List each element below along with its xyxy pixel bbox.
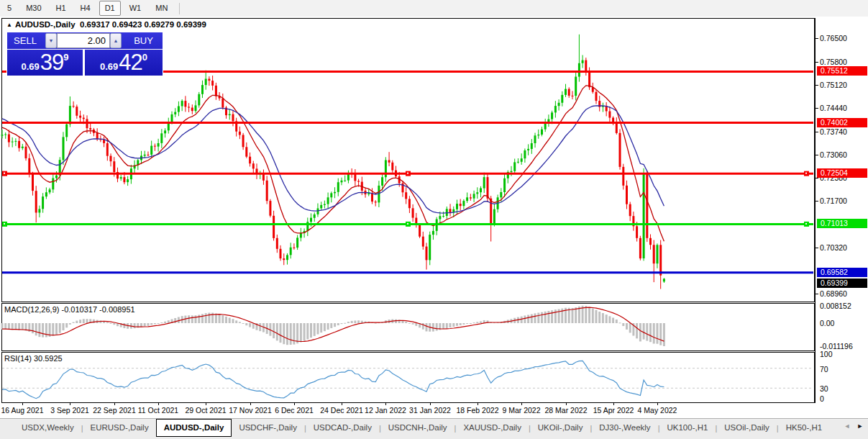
tab-usdcad-daily[interactable]: USDCAD-,Daily xyxy=(306,420,379,436)
date-tick-label: 31 Jan 2022 xyxy=(409,406,451,415)
timeframe-button-5[interactable]: 5 xyxy=(1,1,17,16)
date-tick-mark xyxy=(566,403,567,405)
rsi-panel[interactable] xyxy=(1,352,815,403)
tab-audusd-daily[interactable]: AUDUSD-,Daily xyxy=(156,419,232,437)
tab-usdcnh-daily[interactable]: USDCNH-,Daily xyxy=(381,420,454,436)
tab-dj30-weekly[interactable]: DJ30-,Weekly xyxy=(592,420,657,436)
price-tick-mark xyxy=(816,62,818,63)
tab-usdchf-daily[interactable]: USDCHF-,Daily xyxy=(232,420,304,436)
price-tick-label: 0.71700 xyxy=(820,196,847,205)
price-line-badge: 0.75512 xyxy=(817,66,867,76)
buy-price-prefix: 0.69 xyxy=(100,61,118,72)
price-tick-mark xyxy=(816,294,818,294)
current-price-badge: 0.69399 xyxy=(817,279,867,288)
price-tick-label: 0.70320 xyxy=(820,243,847,252)
rsi-axis-label: 100 xyxy=(820,350,833,358)
chart-window: ▲AUDUSD-,Daily 0.69317 0.69423 0.69279 0… xyxy=(0,17,868,418)
date-tick-mark xyxy=(250,403,251,405)
price-tick-mark xyxy=(816,85,818,86)
tab-hk50-h1[interactable]: HK50-,H1 xyxy=(779,420,830,436)
rsi-axis-label: 0 xyxy=(820,394,824,403)
tabs-scroll-right-icon[interactable]: ► xyxy=(855,422,865,430)
price-tick-label: 0.73060 xyxy=(820,150,847,159)
date-tick-mark xyxy=(478,403,478,405)
rsi-label: RSI(14) 30.5925 xyxy=(4,354,63,363)
date-tick-mark xyxy=(521,403,522,405)
price-tick-mark xyxy=(816,248,818,248)
price-tick-mark xyxy=(816,132,818,132)
timeframe-button-m30[interactable]: M30 xyxy=(20,1,47,16)
price-tick-label: 0.76500 xyxy=(820,34,847,42)
volume-input[interactable]: 2.00 xyxy=(57,33,110,48)
date-tick-label: 15 Apr 2022 xyxy=(593,406,634,415)
collapse-arrow-icon[interactable]: ▲ xyxy=(6,22,12,28)
date-tick-mark xyxy=(613,403,614,405)
buy-price-display[interactable]: 0.69 42 0 xyxy=(85,50,163,76)
price-line-badge: 0.71013 xyxy=(817,219,867,228)
date-tick-mark xyxy=(70,403,70,405)
date-tick-label: 12 Jan 2022 xyxy=(365,406,406,415)
date-tick-label: 6 Dec 2021 xyxy=(275,406,314,415)
date-tick-label: 28 Mar 2022 xyxy=(545,406,588,415)
price-tick-mark xyxy=(816,38,818,39)
price-tick-label: 0.73740 xyxy=(820,127,847,136)
date-tick-mark xyxy=(657,403,658,405)
timeframe-button-h4[interactable]: H4 xyxy=(75,1,96,16)
tab-eurusd-daily[interactable]: EURUSD-,Daily xyxy=(83,420,156,436)
sell-price-pip: 9 xyxy=(63,52,68,63)
date-tick-mark xyxy=(294,403,295,405)
volume-increase-button[interactable]: ▲ xyxy=(110,33,122,48)
date-tick-label: 16 Aug 2021 xyxy=(1,406,44,415)
tab-ukoil-daily[interactable]: UKOil-,Daily xyxy=(531,420,590,436)
tab-xauusd-daily[interactable]: XAUUSD-,Daily xyxy=(456,420,529,436)
trade-buttons-row: SELL ▼ 2.00 ▲ BUY xyxy=(7,32,163,50)
date-tick-mark xyxy=(385,403,386,405)
macd-axis-label: 0.008152 xyxy=(820,302,851,310)
sell-price-big: 39 xyxy=(40,50,63,75)
date-tick-label: 24 Dec 2021 xyxy=(320,406,363,415)
date-tick-mark xyxy=(158,403,159,405)
date-tick-mark xyxy=(206,403,206,405)
price-tick-mark xyxy=(816,155,818,155)
macd-label: MACD(12,26,9) -0.010317 -0.008951 xyxy=(4,305,135,314)
mt4-terminal: 5M30H1H4D1W1MN ▲AUDUSD-,Daily 0.69317 0.… xyxy=(0,0,868,439)
chart-title: ▲AUDUSD-,Daily 0.69317 0.69423 0.69279 0… xyxy=(6,20,206,29)
price-tick-label: 0.74440 xyxy=(820,104,847,112)
timeframe-button-mn[interactable]: MN xyxy=(150,1,173,16)
date-tick-mark xyxy=(342,403,342,405)
chart-ohlc-values: 0.69317 0.69423 0.69279 0.69399 xyxy=(80,20,206,29)
date-tick-label: 9 Mar 2022 xyxy=(502,406,540,415)
timeframe-toolbar: 5M30H1H4D1W1MN xyxy=(0,0,868,17)
price-box-divider xyxy=(83,50,85,76)
buy-button[interactable]: BUY xyxy=(124,32,163,49)
sell-price-display[interactable]: 0.69 39 9 xyxy=(7,50,83,76)
tab-usoil-daily[interactable]: USOil-,Daily xyxy=(717,420,777,436)
one-click-trading-widget: SELL ▼ 2.00 ▲ BUY 0.69 39 9 0.69 42 0 xyxy=(7,32,163,76)
date-tick-label: 22 Sep 2021 xyxy=(93,406,136,415)
toolbar-separator xyxy=(179,3,180,14)
tabs-scroll-left-icon[interactable]: ◄ xyxy=(842,422,852,430)
rsi-axis-label: 30 xyxy=(820,384,828,393)
price-tick-mark xyxy=(816,178,818,178)
date-tick-mark xyxy=(430,403,431,405)
timeframe-button-h1[interactable]: H1 xyxy=(50,1,72,16)
price-tick-label: 0.75120 xyxy=(820,81,847,89)
chart-tab-bar: USDX,Weekly|EURUSD-,DailyAUDUSD-,DailyUS… xyxy=(0,418,868,439)
volume-decrease-button[interactable]: ▼ xyxy=(45,33,57,48)
timeframe-button-w1[interactable]: W1 xyxy=(124,1,147,16)
price-tick-mark xyxy=(816,108,818,109)
date-tick-label: 4 May 2022 xyxy=(638,406,677,415)
date-tick-label: 17 Nov 2021 xyxy=(229,406,272,415)
tab-uk100-h1[interactable]: UK100-,H1 xyxy=(659,420,715,436)
tab-usdx-weekly[interactable]: USDX,Weekly xyxy=(14,420,81,436)
price-line-badge: 0.69582 xyxy=(817,268,867,277)
chart-symbol-label: AUDUSD-,Daily xyxy=(15,20,76,29)
date-tick-label: 29 Oct 2021 xyxy=(185,406,226,415)
price-line-badge: 0.72504 xyxy=(817,168,867,178)
price-tick-mark xyxy=(816,201,818,202)
buy-price-pip: 0 xyxy=(142,52,147,63)
rsi-axis-label: 70 xyxy=(820,365,828,374)
date-tick-mark xyxy=(114,403,115,405)
sell-button[interactable]: SELL xyxy=(7,32,43,49)
timeframe-button-d1[interactable]: D1 xyxy=(99,1,121,16)
